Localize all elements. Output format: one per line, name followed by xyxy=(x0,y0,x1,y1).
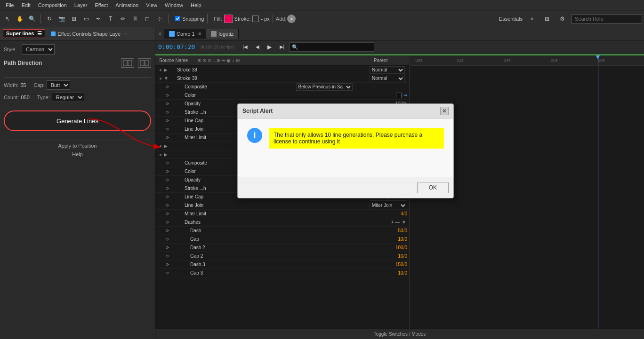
keyframe-icon[interactable]: ⟳ xyxy=(164,110,171,115)
menu-view[interactable]: View xyxy=(142,1,161,9)
puppet-tool[interactable]: ⊹ xyxy=(154,13,165,24)
keyframe-icon[interactable]: ⟳ xyxy=(164,93,171,98)
text-tool[interactable]: T xyxy=(105,13,116,24)
toggle-switches: Toggle Switches / Modes xyxy=(374,331,426,337)
property-value: 4/0 xyxy=(401,211,407,216)
linejoin2-select[interactable]: Miter Join xyxy=(370,202,407,209)
pan-tool[interactable]: ⊞ xyxy=(68,13,80,24)
settings-btn[interactable]: ⚙ xyxy=(556,13,568,24)
keyframe-icon[interactable]: ⟳ xyxy=(164,229,171,233)
link-icon[interactable]: ⇒ xyxy=(403,93,407,98)
keyframe-icon[interactable]: ⟳ xyxy=(164,195,171,199)
zoom-tool[interactable]: 🔍 xyxy=(26,13,38,24)
keyframe-icon[interactable]: ⟳ xyxy=(164,85,171,89)
first-frame-btn[interactable]: |◀ xyxy=(240,41,251,53)
grid-btn[interactable]: ⊞ xyxy=(541,13,553,24)
property-value: Below Previous in Sa xyxy=(296,83,408,91)
table-row: ⟳ Color ⇒ xyxy=(155,91,409,100)
menu-edit[interactable]: Edit xyxy=(18,1,34,9)
next-frame-btn[interactable]: ▶| xyxy=(276,41,288,53)
expand-arrow[interactable]: ▼ xyxy=(164,76,169,81)
menu-window[interactable]: Window xyxy=(161,1,187,9)
type-select[interactable]: Regular xyxy=(52,93,84,102)
transport-controls: |◀ ◀ ▶ ▶| xyxy=(240,41,288,53)
cap-select[interactable]: Butt xyxy=(47,80,70,90)
table-row[interactable]: ● ▼ Stroke 39 Normal xyxy=(155,74,409,83)
playhead[interactable] xyxy=(598,55,598,65)
keyframe-icon[interactable]: ⟳ xyxy=(164,135,171,140)
rect-tool[interactable]: ▭ xyxy=(80,13,92,24)
eraser-tool[interactable]: ◻ xyxy=(142,13,153,24)
table-row[interactable]: ● ▶ Stroke 38 Normal xyxy=(155,66,409,74)
dialog-close-button[interactable]: ✕ xyxy=(440,107,449,115)
keyframe-icon[interactable]: ⟳ xyxy=(164,169,171,174)
menu-layer[interactable]: Layer xyxy=(71,1,91,9)
keyframe-icon[interactable]: ⟳ xyxy=(164,245,171,250)
visibility-icon[interactable]: ● xyxy=(157,143,164,149)
stroke-swatch[interactable] xyxy=(252,16,259,22)
composite-select[interactable]: Below Previous in Sa xyxy=(296,83,353,91)
dashes-arrow[interactable]: ▼ xyxy=(402,220,407,225)
table-row: ⟳ Dash 50/0 xyxy=(155,227,409,235)
keyframe-icon[interactable]: ⟳ xyxy=(164,262,171,267)
keyframe-icon[interactable]: ⟳ xyxy=(164,220,171,225)
keyframe-icon[interactable]: ⟳ xyxy=(164,161,171,166)
menu-help[interactable]: Help xyxy=(187,1,205,9)
rotate-tool[interactable]: ↻ xyxy=(44,13,55,24)
cam-tool[interactable]: 📷 xyxy=(56,13,67,24)
style-select[interactable]: Cartoon xyxy=(22,44,55,55)
menu-effect[interactable]: Effect xyxy=(91,1,112,9)
add-btn[interactable]: ● xyxy=(287,15,296,23)
comp-tab-comp1[interactable]: Comp 1 ≡ xyxy=(164,29,206,39)
keyframe-icon[interactable]: ⟳ xyxy=(164,237,171,242)
dir-icon-right[interactable] xyxy=(138,58,151,68)
play-btn[interactable]: ▶ xyxy=(264,41,275,53)
snapping-checkbox[interactable] xyxy=(175,16,180,21)
comp-tab-logotiz[interactable]: logotiz xyxy=(206,29,239,39)
status-bar: Toggle Switches / Modes xyxy=(155,329,644,339)
visibility-icon[interactable]: ● xyxy=(157,67,164,72)
prev-frame-btn[interactable]: ◀ xyxy=(252,41,263,53)
pen-tool[interactable]: ✒ xyxy=(93,13,104,24)
keyframe-icon[interactable]: ⟳ xyxy=(164,254,171,259)
dir-icon-left[interactable] xyxy=(121,58,134,68)
clone-tool[interactable]: ⎘ xyxy=(129,13,141,24)
expand-arrow[interactable]: ▶ xyxy=(164,152,169,157)
dialog-ok-button[interactable]: OK xyxy=(417,182,449,193)
brush-tool[interactable]: ✏ xyxy=(117,13,129,24)
generate-lines-button[interactable]: Generate Lines xyxy=(4,110,151,131)
divider-2 xyxy=(4,140,151,140)
apply-to-position-button[interactable]: Apply to Position xyxy=(4,143,151,149)
menu-animation[interactable]: Animation xyxy=(112,1,142,9)
expand-arrow[interactable]: ▶ xyxy=(164,143,169,149)
help-button[interactable]: Help xyxy=(4,151,151,157)
search-comp-input[interactable] xyxy=(290,42,374,52)
hand-tool[interactable]: ✋ xyxy=(14,13,25,24)
fill-swatch[interactable] xyxy=(224,15,233,23)
expand-arrow[interactable]: ▶ xyxy=(164,67,169,72)
expand-btn[interactable]: » xyxy=(526,13,538,24)
color-swatch[interactable] xyxy=(396,93,402,98)
effect-controls-tab[interactable]: Effect Controls Shape Laye ≡ xyxy=(48,30,130,38)
keyframe-icon[interactable]: ⟳ xyxy=(164,127,171,132)
keyframe-icon[interactable]: ⟳ xyxy=(164,186,171,191)
layer-icon xyxy=(51,32,56,36)
visibility-icon[interactable]: ● xyxy=(157,152,164,157)
select-tool[interactable]: ↖ xyxy=(2,13,13,24)
menu-composition[interactable]: Composition xyxy=(34,1,71,9)
keyframe-icon[interactable]: ⟳ xyxy=(164,271,171,276)
menu-file[interactable]: File xyxy=(2,1,18,9)
svg-rect-1 xyxy=(128,60,132,66)
keyframe-icon[interactable]: ⟳ xyxy=(164,212,171,216)
keyframe-icon[interactable]: ⟳ xyxy=(164,178,171,182)
table-row: ⟳ Gap 3 10/0 xyxy=(155,269,409,277)
keyframe-icon[interactable]: ⟳ xyxy=(164,102,171,106)
snapping-label: Snapping xyxy=(182,16,204,22)
mode-select[interactable]: Normal xyxy=(370,75,405,82)
comp-tab-close-all[interactable]: × xyxy=(155,31,164,37)
mode-select[interactable]: Normal xyxy=(370,66,405,74)
keyframe-icon[interactable]: ⟳ xyxy=(164,203,171,208)
visibility-icon[interactable]: ● xyxy=(157,76,164,81)
keyframe-icon[interactable]: ⟳ xyxy=(164,118,171,123)
search-input[interactable] xyxy=(572,14,642,24)
